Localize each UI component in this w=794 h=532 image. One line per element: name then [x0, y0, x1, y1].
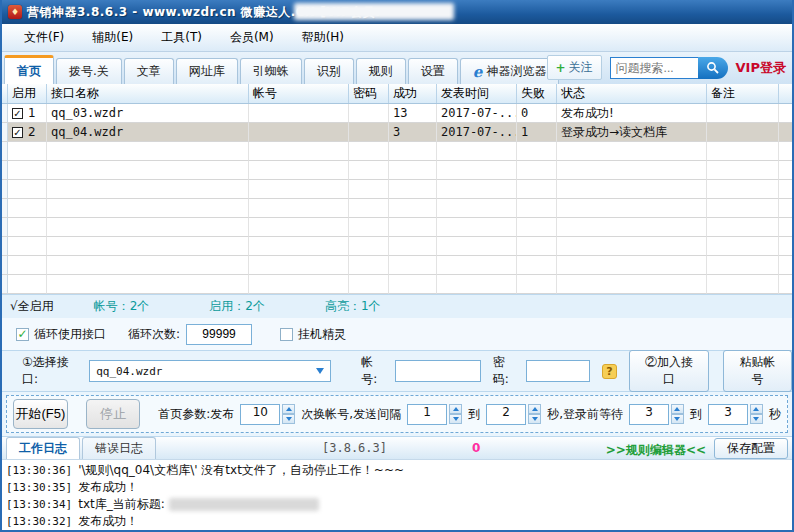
publish-count-spinner: 10 — [240, 404, 295, 425]
menu-member[interactable]: 会员(M) — [218, 26, 286, 49]
cell-name: qq_03.wzdr — [47, 104, 249, 123]
row-checkbox[interactable]: ✓ — [12, 108, 23, 119]
col-note[interactable]: 备注 — [707, 84, 779, 103]
tab-dial[interactable]: 拨号.关 — [56, 58, 122, 84]
col-fail[interactable]: 失败 — [517, 84, 557, 103]
control-section: 开始(F5) 停止 首页参数:发布 10 次换帐号,发送间隔 1 到 2 秒,登… — [2, 392, 792, 436]
table-empty-row — [2, 218, 792, 237]
cell-fail: 1 — [517, 123, 557, 142]
cell-password — [349, 123, 389, 142]
search-input[interactable] — [610, 57, 698, 79]
wait-to-value[interactable]: 3 — [708, 404, 748, 425]
table-empty-row — [2, 199, 792, 218]
interval-to-value[interactable]: 2 — [486, 404, 526, 425]
cell-password — [349, 104, 389, 123]
rule-editor-link[interactable]: >>规则编辑器<< — [606, 442, 706, 459]
paste-account-button[interactable]: 粘贴帐号 — [723, 350, 792, 392]
tab-spider[interactable]: 引蜘蛛 — [240, 58, 302, 84]
col-account[interactable]: 帐号 — [249, 84, 349, 103]
table-empty-row — [2, 237, 792, 256]
cell-account — [249, 104, 349, 123]
spin-up-button[interactable] — [750, 404, 763, 414]
table-header: 启用 接口名称 帐号 密码 成功 发表时间 失败 状态 备注 — [2, 84, 792, 104]
row-checkbox[interactable]: ✓ — [12, 127, 23, 138]
interface-table: 启用 接口名称 帐号 密码 成功 发表时间 失败 状态 备注 ✓1 qq_03.… — [2, 84, 792, 294]
interface-combobox[interactable]: qq_04.wzdr — [89, 360, 331, 382]
tab-browser[interactable]: e 神器浏览器 — [460, 58, 560, 84]
tab-home[interactable]: 首页 — [4, 55, 54, 84]
spin-down-button[interactable] — [449, 414, 462, 424]
log-line: [13:30:34] txt库_当前标题: — [6, 496, 788, 513]
cell-status: 登录成功→读文档库 — [557, 123, 707, 142]
search-button[interactable] — [698, 57, 728, 79]
col-success[interactable]: 成功 — [389, 84, 437, 103]
col-enabled[interactable]: 启用 — [8, 84, 47, 103]
cell-note — [707, 123, 779, 142]
tab-recognize[interactable]: 识别 — [304, 58, 354, 84]
ie-browser-icon: e — [473, 63, 483, 81]
tab-article[interactable]: 文章 — [124, 58, 174, 84]
cell-account — [249, 123, 349, 142]
start-button[interactable]: 开始(F5) — [13, 399, 68, 429]
hang-checkbox[interactable] — [280, 328, 293, 341]
password-input[interactable] — [526, 360, 590, 382]
spin-up-button[interactable] — [449, 404, 462, 414]
after-interval-label: 秒,登录前等待 — [547, 406, 623, 423]
title-bar: ♦ 营销神器3.8.6.3 - www.wzdr.cn 微赚达人.CN [VIP… — [2, 0, 792, 24]
col-time[interactable]: 发表时间 — [437, 84, 517, 103]
menu-file[interactable]: 文件(F) — [12, 26, 76, 49]
stop-button[interactable]: 停止 — [86, 399, 141, 429]
col-password[interactable]: 密码 — [349, 84, 389, 103]
help-icon[interactable]: ? — [602, 364, 617, 379]
table-row[interactable]: ✓2 qq_04.wzdr 3 2017-07-... 1 登录成功→读文档库 — [2, 123, 792, 142]
spin-up-button[interactable] — [282, 404, 295, 414]
vip-login-link[interactable]: VIP登录 — [736, 59, 786, 77]
spin-down-button[interactable] — [671, 414, 684, 424]
menu-assist[interactable]: 辅助(E) — [80, 26, 145, 49]
plus-icon: + — [556, 61, 566, 75]
follow-button[interactable]: + 关注 — [547, 55, 602, 80]
spin-up-button[interactable] — [528, 404, 541, 414]
wait-from-spinner: 3 — [629, 404, 684, 425]
tab-error-log[interactable]: 错误日志 — [82, 437, 156, 459]
account-input[interactable] — [395, 360, 481, 382]
loop-count-input[interactable] — [186, 324, 252, 345]
spin-down-button[interactable] — [282, 414, 295, 424]
to-label: 到 — [690, 406, 702, 423]
cell-time: 2017-07-... — [437, 123, 517, 142]
col-name[interactable]: 接口名称 — [47, 84, 249, 103]
work-log-area[interactable]: [13:30:36] '\规则\qq_04\文档库\' 没有txt文件了，自动停… — [2, 460, 792, 530]
tab-urllib[interactable]: 网址库 — [176, 58, 238, 84]
stat-highlight: 高亮：1个 — [325, 298, 381, 315]
cell-success: 3 — [389, 123, 437, 142]
redacted-vip-info — [294, 3, 454, 20]
interval-to-spinner: 2 — [486, 404, 541, 425]
table-row[interactable]: ✓1 qq_03.wzdr 13 2017-07-... 0 发布成功! — [2, 104, 792, 123]
hang-label: 挂机精灵 — [298, 326, 346, 343]
spin-down-button[interactable] — [528, 414, 541, 424]
publish-count-value[interactable]: 10 — [240, 404, 280, 425]
cell-success: 13 — [389, 104, 437, 123]
interval-from-value[interactable]: 1 — [407, 404, 447, 425]
spin-down-button[interactable] — [750, 414, 763, 424]
spin-up-button[interactable] — [671, 404, 684, 414]
col-status[interactable]: 状态 — [557, 84, 707, 103]
loop-checkbox[interactable]: ✓ — [16, 328, 29, 341]
add-interface-button[interactable]: ②加入接口 — [629, 350, 710, 392]
interval-from-spinner: 1 — [407, 404, 462, 425]
options-bar: ✓ 循环使用接口 循环次数: 挂机精灵 — [2, 318, 792, 350]
menu-help[interactable]: 帮助(H) — [290, 26, 356, 49]
menu-tools[interactable]: 工具(T) — [149, 26, 214, 49]
app-icon: ♦ — [8, 5, 22, 19]
select-all-toggle[interactable]: √全启用 — [10, 298, 54, 315]
redacted-log-title — [169, 498, 319, 511]
wait-to-spinner: 3 — [708, 404, 763, 425]
combobox-value: qq_04.wzdr — [96, 365, 162, 378]
tab-settings[interactable]: 设置 — [408, 58, 458, 84]
tab-work-log[interactable]: 工作日志 — [6, 437, 80, 459]
wait-from-value[interactable]: 3 — [629, 404, 669, 425]
log-tab-bar: 工作日志 错误日志 [3.8.6.3] 0 >>规则编辑器<< 保存配置 — [2, 436, 792, 460]
cell-fail: 0 — [517, 104, 557, 123]
save-config-button[interactable]: 保存配置 — [714, 438, 788, 459]
tab-rules[interactable]: 规则 — [356, 58, 406, 84]
